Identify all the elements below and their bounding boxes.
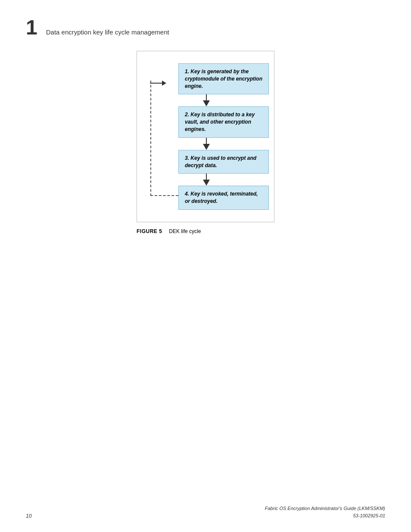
figure-title: DEK life cycle <box>169 228 201 234</box>
box-1: 1. Key is generated by the cryptomodule … <box>178 63 269 94</box>
footer-line-1: Fabric OS Encryption Administrator's Gui… <box>265 505 385 512</box>
figure-wrapper: 1. Key is generated by the cryptomodule … <box>137 51 274 234</box>
chapter-number: 1 <box>26 17 37 38</box>
flow-step-2: 2. Key is distributed to a key vault, an… <box>161 106 267 137</box>
arrow-head-2 <box>203 144 210 150</box>
page-header: 1 Data encryption key life cycle managem… <box>26 17 385 38</box>
arrow-shaft-3 <box>206 174 207 180</box>
page-title: Data encryption key life cycle managemen… <box>46 28 169 36</box>
arrow-head-3 <box>203 180 210 186</box>
lifecycle-line-bottom <box>150 195 178 196</box>
entry-arrow-line <box>150 83 162 84</box>
box-2: 2. Key is distributed to a key vault, an… <box>178 106 269 137</box>
diagram: 1. Key is generated by the cryptomodule … <box>137 51 274 222</box>
figure-label: FIGURE 5 <box>137 228 162 234</box>
entry-arrow <box>150 81 166 86</box>
arrow-shaft-1 <box>206 94 207 100</box>
footer-line-2: 53-1002925-01 <box>265 512 385 520</box>
arrow-3-4 <box>161 174 252 186</box>
figure-caption: FIGURE 5 DEK life cycle <box>137 228 274 234</box>
lifecycle-line-left <box>150 81 151 196</box>
entry-arrow-head <box>162 81 166 86</box>
arrow-2-3 <box>161 138 252 150</box>
page-number: 10 <box>26 513 31 519</box>
footer: 10 Fabric OS Encryption Administrator's … <box>26 505 385 519</box>
arrow-shaft-2 <box>206 138 207 144</box>
arrow-1-2 <box>161 94 252 106</box>
footer-right: Fabric OS Encryption Administrator's Gui… <box>265 505 385 519</box>
arrow-head-1 <box>203 100 210 106</box>
box-4: 4. Key is revoked, terminated, or destro… <box>178 186 269 210</box>
flow-step-4: 4. Key is revoked, terminated, or destro… <box>161 186 267 210</box>
flow-step-1: 1. Key is generated by the cryptomodule … <box>161 63 267 94</box>
box-3: 3. Key is used to encrypt and decrypt da… <box>178 150 269 174</box>
page: 1 Data encryption key life cycle managem… <box>0 0 411 532</box>
figure-container: 1. Key is generated by the cryptomodule … <box>26 51 385 234</box>
flow-step-3: 3. Key is used to encrypt and decrypt da… <box>161 150 267 174</box>
